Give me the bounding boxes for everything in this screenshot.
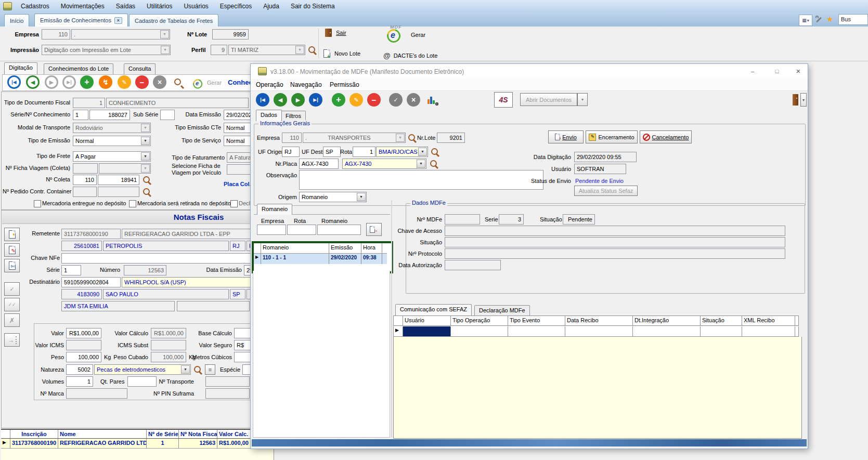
next-record-button[interactable]: ▶ bbox=[45, 75, 58, 89]
mdfe-tab-dados[interactable]: Dados bbox=[256, 110, 282, 121]
cancelamento-button[interactable]: Cancelamento bbox=[640, 130, 692, 143]
tipo-emissao-dropdown[interactable]: Normal bbox=[73, 136, 151, 146]
abrir-documentos-dropdown[interactable]: ▾ bbox=[577, 93, 588, 106]
tab-options-button[interactable]: ▦ ▾ bbox=[799, 15, 812, 26]
search-records-icon[interactable] bbox=[174, 78, 184, 88]
novo-lote-button[interactable]: + Novo Lote bbox=[323, 49, 360, 58]
mdfe-empresa-search-icon[interactable] bbox=[408, 134, 417, 142]
menu-sair-do-sistema[interactable]: Sair do Sistema bbox=[285, 3, 341, 10]
confirm-all-notas-button[interactable]: ✓✓ bbox=[4, 298, 20, 311]
destinatario-cnpj-field[interactable]: 59105999002804 bbox=[61, 277, 121, 287]
mdfe-bottom-scrollbar[interactable] bbox=[252, 439, 807, 446]
mdfe-confirm-button[interactable]: ✓ bbox=[389, 93, 403, 107]
tab-conhecimentos-do-lote[interactable]: Conhecimentos do Lote bbox=[44, 63, 113, 74]
confirm-nota-button[interactable]: ✓ bbox=[4, 282, 20, 296]
tab-emissao-conhecimentos[interactable]: Emissão de Conhecimentos ✕ bbox=[34, 14, 128, 27]
nota-serie-field[interactable]: 1 bbox=[61, 265, 81, 275]
remetente-cnpj-field[interactable]: 31173768000190 bbox=[61, 229, 121, 239]
sefaz-header-xml[interactable]: XML Recibo bbox=[742, 316, 795, 325]
mdfe-menu-permissao[interactable]: Permissão bbox=[330, 81, 359, 88]
destinatario-cidade-field[interactable]: SAO PAULO bbox=[103, 289, 229, 299]
pedido-search-icon[interactable] bbox=[142, 188, 151, 196]
maximize-icon[interactable]: □ bbox=[768, 64, 786, 78]
empresa-code-field[interactable]: 110 bbox=[42, 29, 70, 40]
empresa-name-dropdown[interactable]: . bbox=[71, 29, 170, 40]
mdfe-empresa-code-field[interactable]: 110 bbox=[282, 133, 302, 143]
first-record-button[interactable]: |◀ bbox=[7, 75, 21, 89]
mdfe-first-button[interactable]: |◀ bbox=[256, 93, 269, 107]
nf-grid-header-nota[interactable]: Nº Nota Fiscal bbox=[179, 430, 217, 438]
mdfe-titlebar[interactable]: v3.18.00 - Movimentação de MDFe (Manifes… bbox=[251, 64, 808, 78]
situacao-desc-field[interactable] bbox=[445, 237, 785, 247]
dactes-do-lote-button[interactable]: @ DACTE's do Lote bbox=[383, 51, 437, 60]
menu-movimentacoes[interactable]: Movimentações bbox=[55, 3, 110, 10]
perfil-code-field[interactable]: 9 bbox=[211, 45, 227, 55]
add-record-button[interactable]: + bbox=[80, 75, 94, 89]
tipo-doc-desc-field[interactable]: CONHECIMENTO bbox=[106, 98, 249, 108]
last-record-button[interactable]: ▶| bbox=[62, 75, 76, 89]
modal-dropdown[interactable]: Rodoviário bbox=[73, 123, 151, 133]
gerar-mdfe-button[interactable]: MDFe Gerar bbox=[386, 26, 425, 44]
pedido-numero-field[interactable] bbox=[98, 187, 139, 197]
sefaz-header-dt-integracao[interactable]: Dt.Integração bbox=[633, 316, 701, 325]
remetente-cidade-codigo-field[interactable]: 25610081 bbox=[61, 241, 102, 251]
sefaz-header-situacao[interactable]: Situação bbox=[701, 316, 742, 325]
endereco-extra-field[interactable] bbox=[177, 301, 250, 311]
favorites-star-icon[interactable]: ★ bbox=[826, 15, 833, 24]
pedido-code-field[interactable] bbox=[73, 187, 97, 197]
protocolo-field[interactable] bbox=[445, 248, 785, 259]
rota-dropdown[interactable]: BMA/RJO/CAS bbox=[376, 147, 428, 157]
mdfe-next-button[interactable]: ▶ bbox=[291, 93, 305, 107]
tab-digitacao[interactable]: Digitação bbox=[4, 62, 37, 74]
peso-field[interactable]: 100,000 bbox=[66, 352, 101, 362]
tab-inicio[interactable]: Início bbox=[4, 14, 29, 27]
qt-pares-field[interactable] bbox=[127, 376, 157, 387]
chart-icon[interactable] bbox=[427, 95, 437, 104]
perfil-dropdown[interactable]: TI MATRIZ bbox=[228, 45, 305, 55]
romaneio-grid-row[interactable]: ▶ 110 - 1 - 1 29/02/2020 09:38 bbox=[254, 254, 387, 264]
edit-nota-button[interactable]: ✎ bbox=[4, 243, 20, 257]
subserie-field[interactable] bbox=[160, 110, 175, 120]
usuario-field[interactable]: SOFTRAN bbox=[574, 164, 626, 174]
observacao-field[interactable] bbox=[299, 170, 543, 190]
valor-calculo-field[interactable]: R$1.000,00 bbox=[151, 328, 186, 338]
mdfe-menu-navegacao[interactable]: Navegação bbox=[290, 81, 322, 88]
serie-mdfe-field[interactable]: 3 bbox=[499, 214, 524, 225]
romaneio-rota-input[interactable] bbox=[287, 225, 316, 235]
tab-close-icon[interactable]: ✕ bbox=[114, 17, 122, 24]
tipo-frete-dropdown[interactable]: A Pagar bbox=[73, 151, 151, 162]
mdfe-empresa-dropdown[interactable]: . TRANSPORTES bbox=[303, 133, 406, 143]
mdfe-menu-operacao[interactable]: Operação bbox=[256, 81, 283, 88]
uf-origem-field[interactable]: RJ bbox=[282, 147, 300, 157]
menu-usuarios[interactable]: Usuários bbox=[178, 3, 214, 10]
valor-icms-field[interactable] bbox=[66, 340, 101, 350]
romaneio-header-romaneio[interactable]: Romaneio bbox=[261, 243, 329, 253]
sefaz-header-usuario[interactable]: Usuário bbox=[403, 316, 451, 325]
edit-record-button[interactable]: ✎ bbox=[118, 75, 131, 89]
remetente-uf-field[interactable]: RJ bbox=[230, 241, 245, 251]
chave-acesso-field[interactable] bbox=[445, 226, 785, 236]
lote-field[interactable]: 9959 bbox=[212, 29, 249, 40]
declaracao-checkbox[interactable] bbox=[230, 200, 238, 207]
atualiza-status-sefaz-button[interactable]: Atualiza Status Sefaz bbox=[574, 186, 638, 196]
nrlote-field[interactable]: 9201 bbox=[437, 133, 465, 143]
tab-cadastro-tabelas-fretes[interactable]: Cadastro de Tabelas de Fretes bbox=[129, 14, 218, 27]
numero-conhecimento-field[interactable]: 188027 bbox=[89, 110, 130, 120]
mdfe-prior-button[interactable]: ◀ bbox=[274, 93, 287, 107]
origem-dropdown[interactable]: Romaneio bbox=[299, 192, 367, 202]
sefaz-grid-row[interactable]: ▶ bbox=[393, 326, 799, 337]
prior-record-button[interactable]: ◀ bbox=[26, 75, 40, 89]
remetente-cidade-field[interactable]: PETROPOLIS bbox=[103, 241, 229, 251]
volumes-field[interactable]: 1 bbox=[66, 376, 93, 387]
panel-splitter[interactable] bbox=[391, 200, 392, 437]
mdfe-last-button[interactable]: ▶| bbox=[309, 93, 322, 107]
mdfe-exit-door-icon[interactable] bbox=[793, 94, 798, 106]
coleta-empresa-field[interactable]: 110 bbox=[73, 175, 97, 185]
sair-button[interactable]: Sair bbox=[325, 29, 346, 37]
pin-suframa-field[interactable] bbox=[205, 388, 250, 399]
destinatario-cidade-codigo-field[interactable]: 4183090 bbox=[61, 289, 102, 299]
nota-numero-field[interactable]: 12563 bbox=[124, 265, 166, 275]
tab-declaracao-mdfe[interactable]: Declaração MDFe bbox=[474, 305, 530, 316]
mdfe-add-button[interactable]: + bbox=[332, 93, 345, 107]
quick-entry-button[interactable]: ↯ bbox=[99, 75, 112, 89]
